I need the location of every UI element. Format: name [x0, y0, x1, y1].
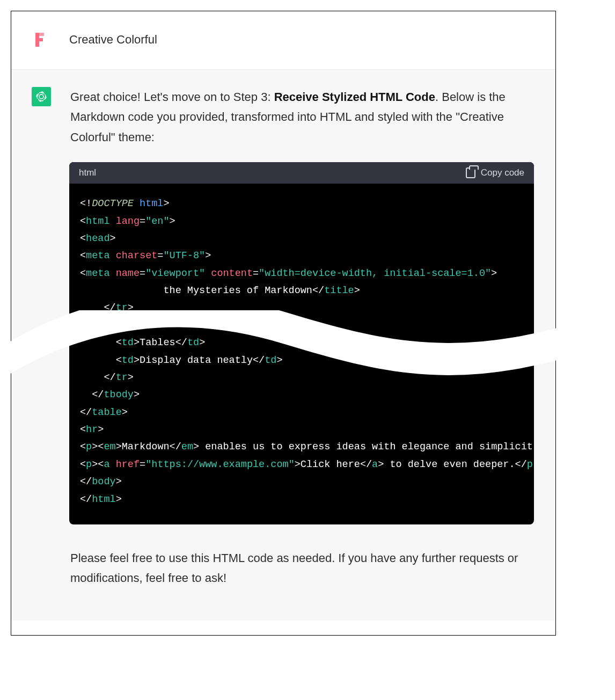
assistant-intro-text: Great choice! Let's move on to Step 3: R…	[70, 87, 534, 147]
code-block: html Copy code <!DOCTYPE html> <html lan…	[69, 162, 534, 524]
user-message-row: Creative Colorful	[11, 11, 555, 70]
copy-code-label: Copy code	[481, 167, 524, 178]
code-block-header: html Copy code	[69, 162, 534, 184]
intro-bold: Receive Stylized HTML Code	[274, 90, 435, 104]
user-avatar-icon	[32, 32, 48, 48]
user-message-text: Creative Colorful	[69, 33, 157, 47]
assistant-avatar-icon	[32, 87, 51, 106]
clipboard-icon	[466, 167, 475, 178]
assistant-message-row: Great choice! Let's move on to Step 3: R…	[11, 70, 555, 621]
copy-code-button[interactable]: Copy code	[466, 167, 524, 178]
code-language-label: html	[79, 167, 96, 178]
assistant-message-body: Great choice! Let's move on to Step 3: R…	[70, 87, 534, 588]
assistant-outro-text: Please feel free to use this HTML code a…	[70, 548, 534, 588]
chat-container: Creative Colorful Great choice! Let's mo…	[11, 11, 556, 636]
intro-pre: Great choice! Let's move on to Step 3:	[70, 90, 274, 104]
svg-point-0	[39, 94, 43, 99]
code-body[interactable]: <!DOCTYPE html> <html lang="en"> <head> …	[69, 184, 534, 524]
